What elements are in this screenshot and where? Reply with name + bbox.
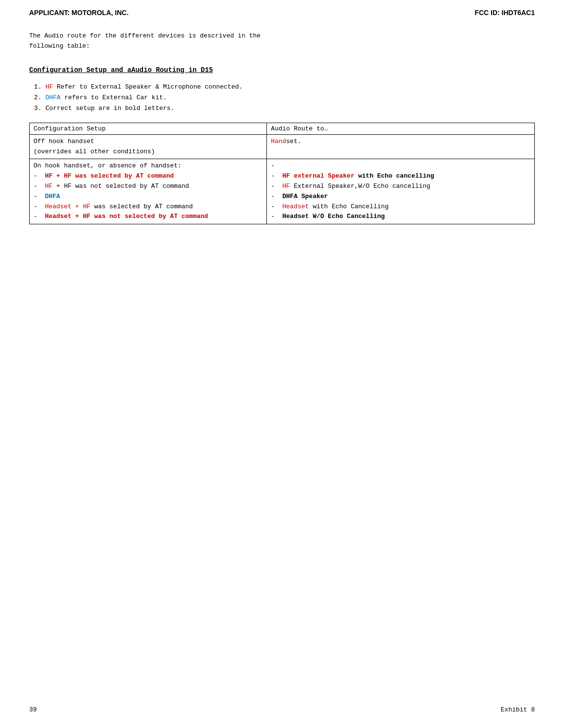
- config-table: Configuration Setup Audio Route to… Off …: [29, 123, 535, 224]
- exhibit-label: Exhibit 8: [501, 706, 535, 713]
- section-title: Configuration Setup and aAudio Routing i…: [29, 66, 535, 74]
- table-row-1-right: Handset.: [267, 134, 535, 159]
- header-fcc-id: FCC ID: IHDT6AC1: [475, 9, 535, 17]
- note-3: 3. Correct setup are in bold letters.: [34, 103, 535, 114]
- table-row-1: Off hook handset (overrides all other co…: [30, 134, 535, 159]
- page-footer: 39 Exhibit 8: [0, 706, 564, 713]
- note-1: 1. HF Refer to External Speaker & Microp…: [34, 82, 535, 92]
- table-header-left: Configuration Setup: [30, 123, 267, 134]
- table-row-2-left: On hook handset, or absence of handset: …: [30, 159, 267, 224]
- table-row-2: On hook handset, or absence of handset: …: [30, 159, 535, 224]
- table-header-right: Audio Route to…: [267, 123, 535, 134]
- table-row-2-right: - - HF external Speaker with Echo cancel…: [267, 159, 535, 224]
- intro-paragraph: The Audio route for the different device…: [29, 31, 535, 52]
- table-row-1-left: Off hook handset (overrides all other co…: [30, 134, 267, 159]
- page-number: 39: [29, 706, 37, 713]
- notes-list: 1. HF Refer to External Speaker & Microp…: [29, 82, 535, 114]
- note-2: 2. DHFA refers to External Car kit.: [34, 92, 535, 103]
- header-applicant: APPLICANT: MOTOROLA, INC.: [29, 9, 128, 17]
